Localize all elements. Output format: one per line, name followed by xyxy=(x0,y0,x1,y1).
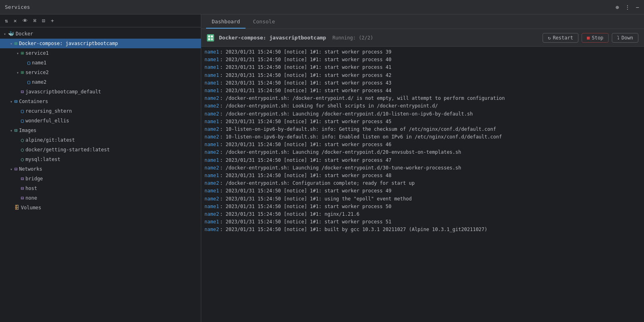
compose-title: Docker-compose: javascriptbootcamp xyxy=(219,35,326,41)
log-text: : 2023/01/31 15:24:50 [notice] 1#1: usin… xyxy=(220,195,412,203)
tab-dashboard[interactable]: Dashboard xyxy=(206,15,246,29)
tree-item-alpine[interactable]: ○alpine/git:latest xyxy=(0,135,201,145)
filter-icon[interactable]: ⌘ xyxy=(32,17,38,25)
log-source[interactable]: name2 xyxy=(204,211,219,218)
sidebar-toolbar: ⇅ ✕ 👁 ⌘ ⊡ + xyxy=(0,14,201,27)
log-source[interactable]: name1 xyxy=(204,56,219,64)
expander-containers[interactable]: ▾ xyxy=(8,99,14,104)
expander-networks[interactable]: ▾ xyxy=(8,167,14,171)
log-source[interactable]: name1 xyxy=(204,72,219,79)
add-icon[interactable]: + xyxy=(49,17,56,25)
log-text: : 2023/01/31 15:24:50 [notice] 1#1: star… xyxy=(220,79,391,87)
log-line: name2: /docker-entrypoint.sh: Launching … xyxy=(201,164,644,172)
log-source[interactable]: name1 xyxy=(204,79,219,87)
dashboard-header: Docker-compose: javascriptbootcamp Runni… xyxy=(201,29,644,47)
log-source[interactable]: name2 xyxy=(204,149,219,156)
log-text: : /docker-entrypoint.sh: Launching /dock… xyxy=(220,164,461,172)
tree-label-service1: service1 xyxy=(25,50,49,56)
tree-item-service2[interactable]: ▾⊞service2 xyxy=(0,68,201,77)
log-source[interactable]: name2 xyxy=(204,164,219,172)
log-source[interactable]: name2 xyxy=(204,95,219,102)
more-icon[interactable]: ⋮ xyxy=(625,4,630,10)
stop-button[interactable]: ■ Stop xyxy=(582,33,609,43)
tree-item-network-default[interactable]: ⊟javascriptbootcamp_default xyxy=(0,87,201,97)
close-icon[interactable]: ✕ xyxy=(12,17,19,25)
log-source[interactable]: name1 xyxy=(204,118,219,126)
globe-icon[interactable]: ⊕ xyxy=(615,4,619,10)
log-text: : 2023/01/31 15:24:50 [notice] 1#1: star… xyxy=(220,218,391,226)
title-bar-actions: ⊕ ⋮ − xyxy=(615,4,639,10)
tree-label-name1: name1 xyxy=(32,60,46,66)
expander-service2[interactable]: ▾ xyxy=(14,70,21,75)
header-actions: ↻ Restart ■ Stop ⤵ Down xyxy=(543,33,638,43)
tree-label-wonderful: wonderful_ellis xyxy=(25,118,69,124)
log-source[interactable]: name1 xyxy=(204,172,219,180)
log-line: name2: 2023/01/31 15:24:50 [notice] 1#1:… xyxy=(201,226,644,233)
log-source[interactable]: name1 xyxy=(204,157,219,164)
tree-item-images[interactable]: ▾⊟Images xyxy=(0,126,201,135)
tree-item-volumes[interactable]: 🗄Volumes xyxy=(0,203,201,213)
container-icon: ▢ xyxy=(21,108,24,114)
tree-item-wonderful[interactable]: ▢wonderful_ellis xyxy=(0,116,201,126)
log-text: : 2023/01/31 15:24:50 [notice] 1#1: star… xyxy=(220,203,391,211)
expander-docker[interactable]: ▾ xyxy=(2,32,8,36)
log-source[interactable]: name2 xyxy=(204,195,219,203)
log-text: : 2023/01/31 15:24:50 [notice] 1#1: star… xyxy=(220,87,391,95)
down-button[interactable]: ⤵ Down xyxy=(612,33,638,43)
tree-item-docker[interactable]: ▾🐳Docker xyxy=(0,29,201,39)
main-content: ⇅ ✕ 👁 ⌘ ⊡ + ▾🐳Docker▾⊞Docker-compose: ja… xyxy=(0,14,644,322)
log-source[interactable]: name2 xyxy=(204,226,219,233)
log-line: name2: /docker-entrypoint.sh: Looking fo… xyxy=(201,102,644,110)
container-icon: ▢ xyxy=(27,60,30,66)
svg-rect-2 xyxy=(208,38,210,40)
tree-item-name2[interactable]: ▢name2 xyxy=(0,77,201,87)
network-icon: ⊟ xyxy=(21,176,24,182)
log-source[interactable]: name1 xyxy=(204,187,219,195)
log-source[interactable]: name2 xyxy=(204,110,219,118)
restart-button[interactable]: ↻ Restart xyxy=(543,33,578,43)
compose-icon: ⊞ xyxy=(14,41,17,46)
log-source[interactable]: name2 xyxy=(204,102,219,110)
volume-icon: 🗄 xyxy=(14,205,19,211)
network-icon: ⊟ xyxy=(21,186,24,191)
log-source[interactable]: name2 xyxy=(204,133,219,141)
log-source[interactable]: name1 xyxy=(204,87,219,95)
tree-item-networks[interactable]: ▾⊟Networks xyxy=(0,164,201,174)
log-line: name1: 2023/01/31 15:24:50 [notice] 1#1:… xyxy=(201,87,644,95)
log-text: : 2023/01/31 15:24:50 [notice] 1#1: star… xyxy=(220,64,391,71)
log-source[interactable]: name1 xyxy=(204,141,219,149)
log-source[interactable]: name1 xyxy=(204,48,219,56)
tree-item-host[interactable]: ⊟host xyxy=(0,184,201,193)
tree-item-none[interactable]: ⊟none xyxy=(0,193,201,203)
log-line: name1: 2023/01/31 15:24:50 [notice] 1#1:… xyxy=(201,64,644,71)
tab-console[interactable]: Console xyxy=(247,15,281,29)
tree-item-mysql[interactable]: ○mysql:latest xyxy=(0,155,201,164)
eye-icon[interactable]: 👁 xyxy=(21,17,29,25)
tree-label-volumes: Volumes xyxy=(21,205,41,211)
tree-item-bridge[interactable]: ⊟bridge xyxy=(0,174,201,184)
tree-item-containers[interactable]: ▾⊟Containers xyxy=(0,97,201,106)
tree-item-service1[interactable]: ▾⊞service1 xyxy=(0,48,201,58)
expand-icon[interactable]: ⊡ xyxy=(40,17,47,25)
expander-service1[interactable]: ▾ xyxy=(14,51,21,56)
log-source[interactable]: name1 xyxy=(204,64,219,71)
log-source[interactable]: name1 xyxy=(204,218,219,226)
up-down-icon[interactable]: ⇅ xyxy=(3,17,10,25)
tree-item-compose[interactable]: ▾⊞Docker-compose: javascriptbootcamp xyxy=(0,39,201,48)
log-line: name2: /docker-entrypoint.sh: Launching … xyxy=(201,149,644,156)
log-source[interactable]: name1 xyxy=(204,203,219,211)
log-source[interactable]: name2 xyxy=(204,126,219,133)
tree-item-recursing[interactable]: ▢recursing_shtern xyxy=(0,106,201,116)
sidebar-tree: ▾🐳Docker▾⊞Docker-compose: javascriptboot… xyxy=(0,27,201,322)
log-line: name2: /docker-entrypoint.sh: Launching … xyxy=(201,110,644,118)
minimize-icon[interactable]: − xyxy=(636,4,639,10)
log-line: name2: 2023/01/31 15:24:50 [notice] 1#1:… xyxy=(201,211,644,218)
log-source[interactable]: name2 xyxy=(204,180,219,187)
svg-rect-1 xyxy=(211,35,213,37)
expander-compose[interactable]: ▾ xyxy=(8,41,14,46)
log-text: : 2023/01/31 15:24:50 [notice] 1#1: star… xyxy=(220,56,391,64)
log-line: name1: 2023/01/31 15:24:50 [notice] 1#1:… xyxy=(201,187,644,195)
tree-item-docker-getting[interactable]: ○docker/getting-started:latest xyxy=(0,145,201,155)
tree-item-name1[interactable]: ▢name1 xyxy=(0,58,201,68)
expander-images[interactable]: ▾ xyxy=(8,128,14,133)
